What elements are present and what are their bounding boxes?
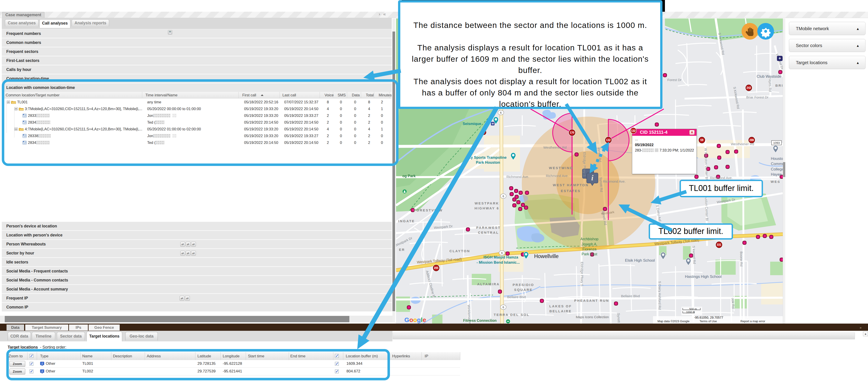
svg-text:Hastings High School: Hastings High School bbox=[685, 275, 722, 279]
svg-text:6: 6 bbox=[503, 195, 504, 198]
svg-text:132: 132 bbox=[606, 138, 611, 142]
svg-text:6: 6 bbox=[500, 111, 502, 114]
svg-text:G: G bbox=[404, 316, 409, 323]
svg-text:Sky Sports Trampoline: Sky Sports Trampoline bbox=[466, 155, 507, 160]
svg-text:Map data ©2023 Google: Map data ©2023 Google bbox=[657, 319, 689, 323]
svg-text:242: 242 bbox=[746, 86, 751, 90]
svg-text:ER: ER bbox=[399, 248, 405, 251]
svg-text:331: 331 bbox=[717, 243, 721, 246]
svg-text:265: 265 bbox=[434, 266, 438, 270]
svg-text:Commun: Commun bbox=[771, 162, 783, 166]
svg-text:Richmond Ave.: Richmond Ave. bbox=[710, 176, 733, 180]
svg-text:o: o bbox=[413, 316, 417, 323]
svg-text:l: l bbox=[421, 316, 423, 323]
svg-text:Hayes Rd: Hayes Rd bbox=[768, 77, 772, 92]
svg-text:Seismique: Seismique bbox=[463, 122, 481, 126]
svg-text:500 m: 500 m bbox=[689, 308, 697, 311]
svg-text:1093: 1093 bbox=[773, 141, 780, 145]
svg-text:College - A: College - A bbox=[771, 167, 783, 171]
svg-text:Elsik High School: Elsik High School bbox=[625, 258, 655, 263]
svg-text:CENTRAL: CENTRAL bbox=[478, 231, 499, 234]
svg-text:PHEASANT RUN: PHEASANT RUN bbox=[574, 299, 609, 303]
svg-text:WES: WES bbox=[771, 180, 780, 183]
svg-text:286: 286 bbox=[749, 138, 754, 142]
svg-text:Briar Forest Dr: Briar Forest Dr bbox=[746, 95, 768, 99]
svg-text:WEST HAMPTON: WEST HAMPTON bbox=[553, 183, 589, 187]
svg-text:-95.61050, 29.70577: -95.61050, 29.70577 bbox=[694, 316, 723, 319]
svg-text:BRIAR: BRIAR bbox=[775, 83, 783, 88]
svg-text:Joseph A.: Joseph A. bbox=[582, 242, 597, 246]
svg-text:6: 6 bbox=[503, 306, 504, 309]
svg-text:Boone Rd: Boone Rd bbox=[740, 251, 743, 267]
svg-text:e: e bbox=[423, 316, 426, 323]
svg-text:Bellaire Blvd: Bellaire Blvd bbox=[621, 294, 640, 298]
svg-text:WESTPARK: WESTPARK bbox=[475, 201, 499, 205]
svg-text:Maps Icons Collection: Maps Icons Collection bbox=[576, 315, 609, 319]
svg-text:ook Rd: ook Rd bbox=[731, 298, 735, 309]
svg-text:Howellville: Howellville bbox=[534, 253, 559, 259]
svg-text:S Dairy Ashford Rd: S Dairy Ashford Rd bbox=[658, 281, 662, 310]
svg-text:59: 59 bbox=[700, 138, 704, 142]
svg-text:CLAYTON: CLAYTON bbox=[450, 249, 470, 253]
svg-text:132: 132 bbox=[631, 129, 636, 132]
svg-text:Eldridge Pkwy S: Eldridge Pkwy S bbox=[580, 262, 584, 286]
svg-text:TERRA DEL SOL: TERRA DEL SOL bbox=[494, 313, 529, 317]
svg-text:Fitness Connection: Fitness Connection bbox=[463, 319, 497, 322]
svg-text:BELLAIRE: BELLAIRE bbox=[550, 309, 572, 313]
svg-text:Westheimer Rd: Westheimer Rd bbox=[731, 142, 754, 146]
svg-text:HIGHWAY 6: HIGHWAY 6 bbox=[474, 206, 499, 210]
svg-text:FORESTVIEW: FORESTVIEW bbox=[413, 208, 443, 212]
svg-text:Synott Rd: Synott Rd bbox=[599, 177, 603, 192]
svg-text:Richmond Ave.: Richmond Ave. bbox=[546, 174, 569, 178]
svg-text:Fiorenza: Fiorenza bbox=[582, 247, 596, 251]
svg-text:ALTAMIRA: ALTAMIRA bbox=[477, 282, 500, 286]
svg-text:Synott Rd: Synott Rd bbox=[597, 147, 602, 162]
svg-text:Bellaire Blvd: Bellaire Blvd bbox=[507, 295, 526, 299]
svg-text:SQUARE: SQUARE bbox=[514, 288, 533, 291]
svg-text:1000 ft: 1000 ft bbox=[686, 311, 694, 314]
svg-text:ISGH Masjid Hamza: ISGH Masjid Hamza bbox=[484, 255, 519, 259]
svg-text:170: 170 bbox=[570, 131, 574, 134]
svg-text:Hayes Cam: Hayes Cam bbox=[771, 172, 783, 177]
svg-text:Terms of Use: Terms of Use bbox=[700, 319, 717, 323]
svg-text:LAKES OF: LAKES OF bbox=[549, 304, 572, 308]
svg-text:g: g bbox=[417, 316, 421, 323]
svg-text:6: 6 bbox=[501, 251, 503, 255]
svg-text:og Park: og Park bbox=[402, 174, 415, 178]
svg-text:Forest Dr: Forest Dr bbox=[668, 78, 682, 82]
svg-text:PRESIDIO: PRESIDIO bbox=[513, 283, 534, 287]
svg-text:Westheimer Rd: Westheimer Rd bbox=[543, 145, 566, 149]
svg-text:ESTATES: ESTATES bbox=[561, 189, 581, 193]
svg-text:i: i bbox=[591, 174, 593, 182]
svg-text:Richmond Ave.: Richmond Ave. bbox=[506, 175, 529, 179]
svg-text:WESTWIND: WESTWIND bbox=[549, 166, 573, 170]
svg-text:Eldridge Pkwy S: Eldridge Pkwy S bbox=[583, 152, 587, 177]
svg-text:Park Houston: Park Houston bbox=[476, 160, 500, 164]
svg-text:M: M bbox=[492, 122, 494, 125]
svg-text:Park East: Park East bbox=[582, 252, 597, 256]
svg-text:o: o bbox=[409, 316, 413, 323]
svg-text:Synott: Synott bbox=[617, 313, 621, 323]
svg-text:- Mission Bend Islamic...: - Mission Bend Islamic... bbox=[476, 260, 520, 264]
svg-text:Richmond Ave.: Richmond Ave. bbox=[603, 179, 626, 183]
svg-text:Archbishop: Archbishop bbox=[580, 237, 598, 241]
svg-text:Housto: Housto bbox=[771, 157, 783, 161]
svg-text:INGATE: INGATE bbox=[398, 219, 415, 223]
svg-text:Report a map error: Report a map error bbox=[740, 319, 765, 323]
svg-text:PARKWEST: PARKWEST bbox=[476, 226, 501, 230]
